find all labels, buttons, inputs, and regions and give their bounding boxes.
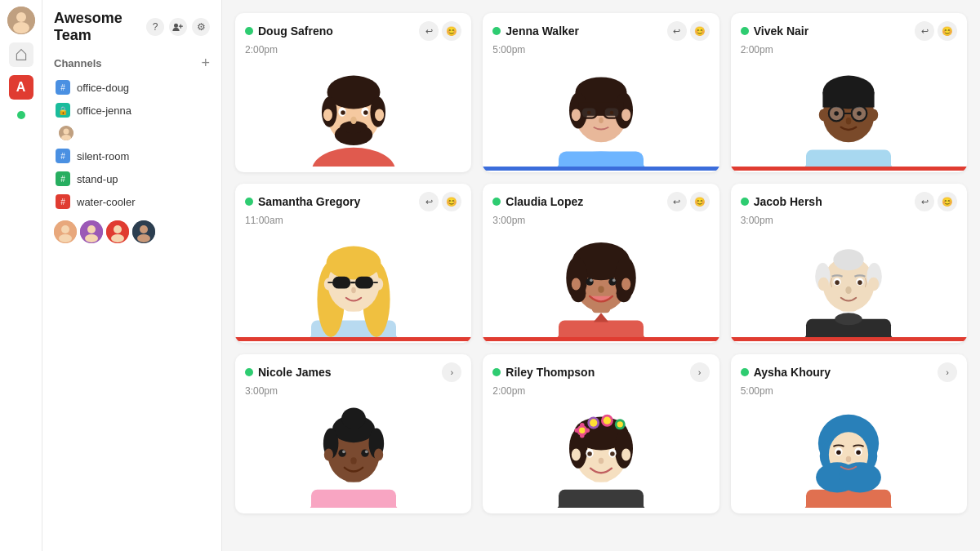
channel-lock-icon: 🔒 xyxy=(56,103,70,118)
online-indicator xyxy=(245,27,253,35)
card-bottom-bar xyxy=(731,508,967,512)
member-avatar[interactable] xyxy=(132,220,155,243)
card-header: Nicole James › xyxy=(235,354,471,385)
channel-name: stand-up xyxy=(77,173,118,185)
emoji-button[interactable]: 😊 xyxy=(938,21,957,41)
member-avatar[interactable] xyxy=(80,220,103,243)
svg-point-128 xyxy=(361,450,368,457)
svg-point-126 xyxy=(374,449,383,461)
reply-button[interactable]: ↩ xyxy=(419,21,439,41)
svg-rect-118 xyxy=(311,490,396,508)
svg-point-111 xyxy=(868,278,879,291)
person-name: Riley Thompson xyxy=(506,366,595,379)
expand-button[interactable]: › xyxy=(938,362,957,382)
expand-button[interactable]: › xyxy=(690,362,710,382)
svg-rect-37 xyxy=(559,151,644,167)
expand-button[interactable]: › xyxy=(442,362,461,382)
channel-item-silent-room[interactable]: # silent-room xyxy=(54,145,210,167)
svg-point-142 xyxy=(590,419,597,426)
person-card-claudia: Claudia Lopez ↩ 😊 3:00pm xyxy=(483,184,719,343)
online-status-dot xyxy=(17,111,25,119)
reply-button[interactable]: ↩ xyxy=(667,21,687,41)
person-time: 5:00pm xyxy=(731,385,967,402)
card-actions: ↩ 😊 xyxy=(915,192,957,211)
svg-point-97 xyxy=(586,278,593,286)
svg-point-144 xyxy=(604,417,611,424)
person-name: Vivek Nair xyxy=(754,24,808,38)
channel-hash-icon: # xyxy=(56,194,70,209)
channel-item-office-jenna[interactable]: 🔒 office-jenna xyxy=(54,100,210,121)
svg-point-3 xyxy=(174,24,178,28)
svg-point-84 xyxy=(351,287,356,293)
emoji-button[interactable]: 😊 xyxy=(938,192,957,211)
online-indicator xyxy=(741,198,749,206)
svg-point-33 xyxy=(350,117,356,124)
svg-point-35 xyxy=(375,109,384,121)
person-card-aysha: Aysha Khoury › 5:00pm xyxy=(731,354,967,513)
rail-home-icon[interactable] xyxy=(9,42,33,67)
main-content: Doug Safreno ↩ 😊 2:00pm xyxy=(222,0,980,551)
sidebar-header: Awesome Team ? ⚙ xyxy=(54,10,210,44)
online-indicator xyxy=(741,27,749,35)
svg-rect-59 xyxy=(823,92,875,108)
svg-point-98 xyxy=(608,278,616,286)
svg-point-129 xyxy=(342,450,345,453)
card-actions: ↩ 😊 xyxy=(419,192,461,211)
rail-team-icon[interactable]: A xyxy=(9,75,33,100)
reply-button[interactable]: ↩ xyxy=(667,192,687,211)
svg-point-156 xyxy=(610,451,615,456)
person-time: 2:00pm xyxy=(235,44,471,60)
member-avatar[interactable] xyxy=(106,220,129,243)
member-avatars-row xyxy=(54,220,210,243)
person-avatar xyxy=(483,231,719,337)
card-header: Samantha Gregory ↩ 😊 xyxy=(235,184,471,215)
person-time: 2:00pm xyxy=(483,385,719,402)
channel-item-water-cooler[interactable]: # water-cooler xyxy=(54,191,210,212)
people-grid: Doug Safreno ↩ 😊 2:00pm xyxy=(235,13,967,513)
online-indicator xyxy=(492,368,501,376)
channel-item-avatar-row[interactable] xyxy=(57,122,210,144)
card-header: Jacob Hersh ↩ 😊 xyxy=(731,184,967,215)
card-header: Aysha Khoury › xyxy=(731,354,967,385)
svg-point-78 xyxy=(374,278,383,291)
svg-point-148 xyxy=(574,429,579,433)
emoji-button[interactable]: 😊 xyxy=(442,21,461,41)
person-name: Samantha Gregory xyxy=(258,195,360,208)
person-avatar xyxy=(731,60,967,167)
person-avatar xyxy=(731,231,967,337)
channel-hash-icon: # xyxy=(56,171,70,186)
svg-point-138 xyxy=(615,429,633,468)
channel-item-stand-up[interactable]: # stand-up xyxy=(54,168,210,189)
emoji-button[interactable]: 😊 xyxy=(690,192,710,211)
person-avatar xyxy=(483,402,719,508)
svg-point-69 xyxy=(846,118,852,124)
card-bottom-bar xyxy=(235,508,471,512)
card-bottom-bar xyxy=(731,337,967,341)
reply-button[interactable]: ↩ xyxy=(915,192,934,211)
online-indicator xyxy=(245,198,253,206)
sidebar-action-icons: ? ⚙ xyxy=(146,18,210,36)
person-time: 3:00pm xyxy=(235,385,471,402)
help-icon[interactable]: ? xyxy=(146,18,164,36)
channel-item-office-doug[interactable]: # office-doug xyxy=(54,77,210,98)
person-time: 3:00pm xyxy=(483,215,719,231)
add-channel-button[interactable]: + xyxy=(201,56,210,70)
person-time: 11:00am xyxy=(235,215,471,231)
person-card-jenna: Jenna Walker ↩ 😊 5:00pm xyxy=(483,13,719,172)
rail-user-avatar[interactable] xyxy=(7,7,35,34)
member-avatar[interactable] xyxy=(54,220,77,243)
card-bottom-bar xyxy=(235,167,471,171)
svg-rect-55 xyxy=(806,150,891,167)
settings-icon[interactable]: ⚙ xyxy=(192,18,210,36)
card-actions: › xyxy=(938,362,957,382)
emoji-button[interactable]: 😊 xyxy=(442,192,461,211)
emoji-button[interactable]: 😊 xyxy=(690,21,710,41)
reply-button[interactable]: ↩ xyxy=(915,21,934,41)
card-bottom-bar xyxy=(483,337,719,341)
svg-point-170 xyxy=(836,450,841,455)
reply-button[interactable]: ↩ xyxy=(419,192,439,211)
add-member-icon[interactable] xyxy=(169,18,187,36)
svg-point-30 xyxy=(363,110,368,115)
svg-point-77 xyxy=(323,278,332,291)
person-avatar xyxy=(731,402,967,508)
